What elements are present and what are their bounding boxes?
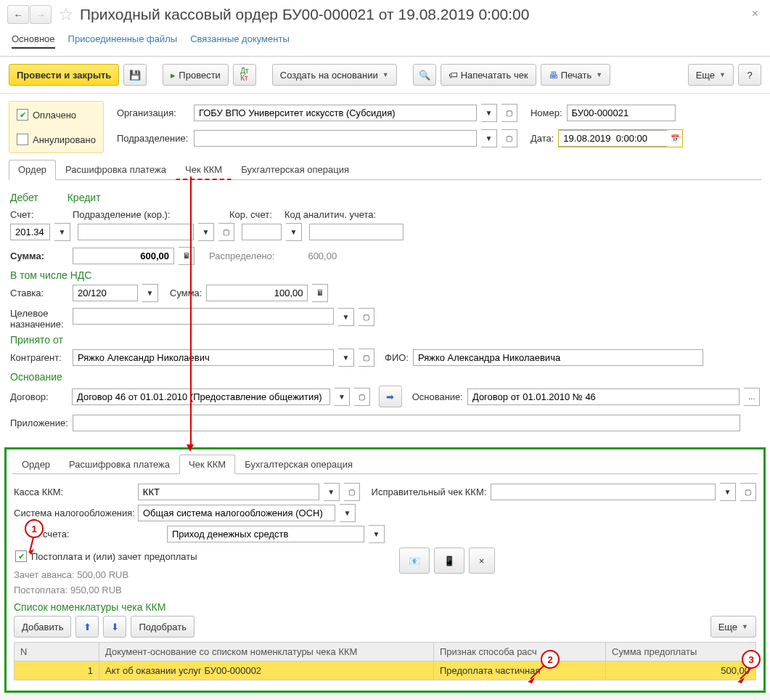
dist-label: Распределено: — [209, 251, 274, 261]
num-input[interactable] — [567, 105, 676, 121]
callout-arrow — [190, 176, 192, 445]
app-input[interactable] — [73, 415, 740, 431]
tab-decode-2[interactable]: Расшифровка платежа — [60, 455, 179, 474]
add-button[interactable]: Добавить — [14, 616, 71, 638]
col-doc: Документ-основание со списком номенклату… — [99, 643, 434, 662]
date-picker[interactable]: 📅 — [667, 129, 683, 147]
tab-acc-1[interactable]: Бухгалтерская операция — [232, 160, 359, 180]
date-label: Дата: — [531, 133, 554, 144]
deptkor-label: Подразделение (кор.): — [73, 209, 225, 220]
more-button[interactable]: Еще▼ — [688, 64, 734, 86]
dog-input[interactable] — [72, 388, 330, 405]
target-input[interactable] — [73, 308, 334, 325]
tab-acc-2[interactable]: Бухгалтерская операция — [235, 455, 362, 474]
tab-order-1[interactable]: Ордер — [9, 160, 56, 180]
fio-label: ФИО: — [385, 352, 409, 363]
create-on-button[interactable]: Создать на основании▼ — [272, 64, 397, 86]
nav-tab-linked[interactable]: Связанные документы — [190, 33, 290, 49]
dept-open[interactable]: ▢ — [501, 129, 517, 147]
tab-kkm-2[interactable]: Чек ККМ — [179, 455, 235, 474]
dtkt-button[interactable]: ДтКт — [233, 64, 256, 86]
print-receipt-button[interactable]: 🏷Напечатать чек — [441, 64, 536, 86]
corr-open[interactable]: ▢ — [740, 483, 756, 501]
basis-header: Основание — [10, 371, 760, 383]
dept-dropdown[interactable]: ▼ — [481, 129, 497, 147]
cancelled-checkbox[interactable] — [17, 134, 28, 145]
star-icon[interactable]: ☆ — [58, 4, 74, 25]
basis-label: Основание: — [412, 391, 463, 402]
pick-button[interactable]: Подобрать — [131, 616, 194, 638]
acct-input[interactable] — [10, 224, 50, 240]
analytic-label: Код аналитич. учета: — [284, 209, 376, 220]
corr-dd[interactable]: ▼ — [720, 483, 736, 501]
tab-kkm-1[interactable]: Чек ККМ — [176, 160, 232, 180]
move-up-button[interactable]: ⬆ — [75, 616, 99, 638]
sum-input[interactable] — [73, 248, 174, 264]
post-close-button[interactable]: Провести и закрыть — [9, 64, 119, 86]
basis-input[interactable] — [467, 388, 740, 405]
credit-header: Кредит — [67, 192, 101, 203]
paid-checkbox[interactable] — [17, 109, 28, 121]
fio-input[interactable] — [413, 349, 703, 366]
goto-button[interactable]: ➡ — [379, 386, 402, 407]
dog-open[interactable]: ▢ — [354, 388, 370, 406]
deptkor-open[interactable]: ▢ — [218, 223, 234, 241]
dog-dd[interactable]: ▼ — [335, 388, 351, 406]
pay-input[interactable] — [167, 526, 364, 542]
save-button[interactable]: 💾 — [123, 64, 147, 86]
contr-open[interactable]: ▢ — [359, 349, 374, 367]
nav-tab-main[interactable]: Основное — [12, 33, 55, 49]
nav-back[interactable]: ← — [7, 5, 29, 24]
rate-dd[interactable]: ▼ — [142, 284, 158, 302]
dept-input[interactable] — [194, 130, 477, 147]
tax-input[interactable] — [138, 505, 335, 521]
org-dropdown[interactable]: ▼ — [481, 104, 497, 122]
move-down-button[interactable]: ⬇ — [103, 616, 126, 638]
close-icon[interactable]: × — [752, 7, 758, 20]
analytic-input[interactable] — [309, 224, 404, 240]
list-more-button[interactable]: Еще▼ — [710, 616, 756, 638]
basis-more[interactable]: … — [744, 388, 760, 406]
postpay-checkbox[interactable] — [15, 550, 27, 562]
org-open[interactable]: ▢ — [501, 104, 517, 122]
post-button[interactable]: ▸Провести — [163, 64, 229, 86]
corr-input[interactable] — [491, 484, 716, 500]
print-button[interactable]: 🖶Печать▼ — [541, 64, 611, 86]
email-button[interactable]: 📧 — [399, 548, 430, 574]
kkm-open[interactable]: ▢ — [344, 483, 360, 501]
table-row[interactable]: 1 Акт об оказании услуг БУ00-000002 Пред… — [15, 662, 756, 680]
search-button[interactable]: 🔍 — [413, 64, 436, 86]
postpay-label: Постоплата и (или) зачет предоплаты — [31, 551, 197, 562]
sum-calc[interactable]: 🖩 — [179, 247, 194, 265]
contr-input[interactable] — [73, 349, 334, 366]
tab-decode-1[interactable]: Расшифровка платежа — [56, 160, 176, 180]
num-label: Номер: — [531, 107, 562, 118]
pay-dd[interactable]: ▼ — [369, 525, 385, 543]
deptkor-dd[interactable]: ▼ — [198, 223, 214, 241]
rate-input[interactable] — [73, 285, 138, 301]
vatsum-input[interactable] — [206, 285, 308, 301]
nav-fwd[interactable]: → — [30, 5, 52, 24]
target-label: Целевое назначение: — [10, 308, 68, 330]
org-input[interactable] — [194, 105, 477, 121]
nav-tab-files[interactable]: Присоединенные файлы — [68, 33, 178, 49]
vatsum-calc[interactable]: 🖩 — [312, 284, 328, 302]
tax-dd[interactable]: ▼ — [340, 504, 356, 522]
col-n: N — [15, 643, 99, 662]
koracct-dd[interactable]: ▼ — [286, 223, 302, 241]
corr-label: Исправительный чек ККМ: — [372, 487, 487, 497]
help-button[interactable]: ? — [738, 64, 761, 86]
target-open[interactable]: ▢ — [359, 308, 374, 326]
acct-dd[interactable]: ▼ — [54, 223, 70, 241]
deptkor-input[interactable] — [78, 224, 194, 240]
postpay-text: Постоплата: 950,00 RUB — [14, 585, 199, 595]
sms-button[interactable]: 📱 — [434, 548, 464, 574]
clear-button[interactable]: × — [469, 548, 495, 574]
kkm-input[interactable] — [138, 484, 319, 500]
target-dd[interactable]: ▼ — [338, 308, 354, 326]
contr-dd[interactable]: ▼ — [338, 349, 354, 367]
kkm-dd[interactable]: ▼ — [324, 483, 340, 501]
koracct-input[interactable] — [242, 224, 282, 240]
tab-order-2[interactable]: Ордер — [12, 455, 60, 474]
date-input[interactable] — [558, 130, 667, 147]
